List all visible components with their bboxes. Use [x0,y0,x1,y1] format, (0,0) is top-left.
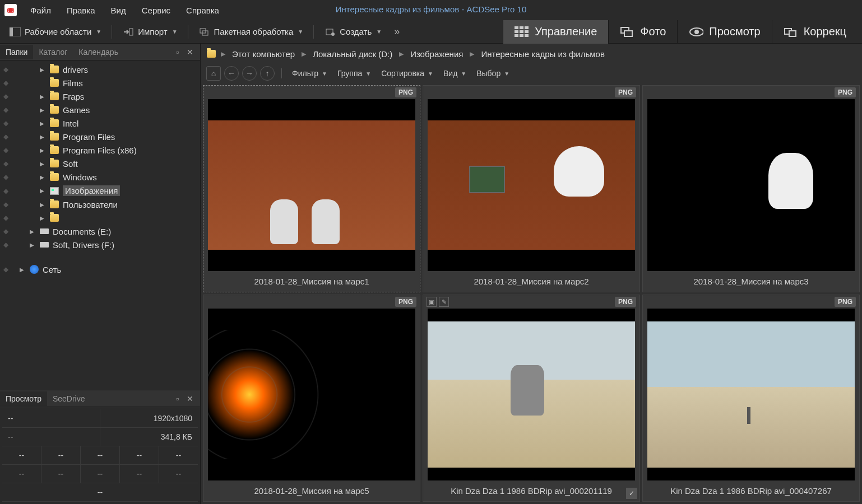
view-dropdown[interactable]: Вид▼ [440,67,470,80]
filter-dropdown[interactable]: Фильтр▼ [289,67,331,80]
select-dropdown[interactable]: Выбор▼ [473,67,513,80]
tree-item[interactable]: ◆▶Documents (E:) [0,225,200,238]
thumbnail[interactable]: PNG2018-01-28_Миссия на марс2 [423,85,640,292]
tree-item[interactable]: ◆▶Intel [0,116,200,130]
thumbnail[interactable]: PNG2018-01-28_Миссия на марс1 [203,85,420,292]
menu-вид[interactable]: Вид [104,2,133,18]
expand-icon[interactable]: ▶ [38,202,46,208]
mode-edit[interactable]: Коррекц [772,20,858,44]
tag-icon: ◆ [3,265,11,273]
tab-calendar[interactable]: Календарь [73,45,124,59]
mode-photo[interactable]: Фото [608,20,677,44]
overflow-button[interactable]: » [390,26,404,38]
tag-icon: ◆ [3,119,11,127]
svg-rect-16 [520,34,523,37]
thumbnail[interactable]: ▣✎PNGKin Dza Dza 1 1986 BDRip avi_000201… [423,295,640,502]
expand-icon[interactable]: ▶ [38,134,46,140]
tree-item[interactable]: ◆▶Soft, Drivers (F:) [0,238,200,251]
thumbnail[interactable]: PNG2018-01-28_Миссия на марс5 [203,295,420,502]
workspaces-button[interactable]: Рабочие области▼ [4,24,106,40]
check-icon[interactable]: ✓ [626,488,637,499]
tree-item[interactable]: ◆▶drivers [0,63,200,76]
expand-icon[interactable]: ▶ [38,107,46,113]
folder-icon [49,145,59,155]
tree-item[interactable]: ◆Films [0,76,200,90]
expand-icon[interactable]: ▶ [38,67,46,73]
expand-icon[interactable]: ▶ [38,188,46,194]
tree-item[interactable]: ◆▶Soft [0,157,200,170]
tag-icon: ◆ [3,133,11,141]
tab-folders[interactable]: Папки [0,45,33,59]
tree-label: Soft [63,159,78,169]
menu-справка[interactable]: Справка [179,2,226,18]
breadcrumb-item[interactable]: Локальный диск (D:) [310,48,395,60]
expand-icon[interactable]: ▶ [28,228,36,235]
tab-seedrive[interactable]: SeeDrive [47,391,91,406]
create-icon [324,26,336,38]
tag-icon: ◆ [3,214,11,222]
tree-item[interactable]: ◆▶Windows [0,170,200,184]
folder-icon [49,78,59,88]
menu-правка[interactable]: Правка [60,2,102,18]
close-icon[interactable]: ✕ [184,393,196,404]
tree-label: Windows [63,172,97,182]
close-icon[interactable]: ✕ [184,46,196,58]
expand-icon[interactable]: ▶ [38,215,46,221]
tree-item[interactable]: ◆▶Пользователи [0,198,200,211]
breadcrumb-item[interactable]: Этот компьютер [230,48,297,60]
tree-label: drivers [63,65,88,74]
tab-preview[interactable]: Просмотр [0,391,47,406]
expand-icon[interactable]: ▶ [28,242,36,248]
group-dropdown[interactable]: Группа▼ [334,67,374,80]
breadcrumb-item[interactable]: Изображения [408,48,465,60]
pin-icon[interactable]: ▫ [174,393,181,404]
up-button[interactable]: ↑ [260,66,275,81]
sidebar: Папки Каталог Календарь ▫ ✕ ◆▶drivers◆Fi… [0,44,201,504]
thumbnail-name: Kin Dza Dza 1 1986 BDRip avi_000201119 [423,480,639,501]
photo-icon [620,26,634,38]
sort-dropdown[interactable]: Сортировка▼ [378,67,437,80]
menu-файл[interactable]: Файл [24,2,58,18]
expand-icon[interactable]: ▶ [38,174,46,180]
import-button[interactable]: Импорт▼ [118,24,182,40]
tab-catalog[interactable]: Каталог [33,45,73,59]
tree-item[interactable]: ◆▶Сеть [0,263,200,276]
tree-item[interactable]: ◆▶Program Files [0,130,200,143]
pin-icon[interactable]: ▫ [174,46,181,58]
menubar: ФайлПравкаВидСервисСправка Интересные ка… [0,0,862,20]
thumbnail[interactable]: PNG2018-01-28_Миссия на марс3 [642,85,860,292]
svg-rect-13 [520,30,523,33]
back-button[interactable]: ← [224,66,239,81]
tree-item[interactable]: ◆▶Games [0,103,200,116]
expand-icon[interactable]: ▶ [38,94,46,100]
expand-icon[interactable]: ▶ [18,267,26,273]
chevron-down-icon: ▼ [461,71,466,77]
tree-item[interactable]: ◆▶ [0,211,200,225]
chevron-right-icon: ▶ [299,50,308,58]
folder-icon [49,105,59,115]
expand-icon[interactable]: ▶ [38,147,46,153]
tag-icon: ◆ [3,66,11,73]
create-button[interactable]: Создать▼ [319,24,386,40]
chevron-down-icon: ▼ [365,71,371,77]
chevron-down-icon: ▼ [428,71,433,77]
home-button[interactable]: ⌂ [206,66,221,81]
mode-manage[interactable]: Управление [503,20,608,44]
svg-rect-23 [789,31,796,36]
edit-overlay-icon[interactable]: ✎ [439,297,449,307]
overlay-icon[interactable]: ▣ [427,297,437,307]
menu-сервис[interactable]: Сервис [135,2,177,18]
mode-view[interactable]: Просмотр [677,20,771,44]
expand-icon[interactable]: ▶ [38,161,46,167]
tag-icon: ◆ [3,146,11,154]
breadcrumb-item[interactable]: Интересные кадры из фильмов [479,48,606,60]
folder-icon [49,132,59,142]
expand-icon[interactable]: ▶ [38,120,46,127]
svg-rect-15 [515,34,518,37]
forward-button[interactable]: → [242,66,257,81]
tree-item[interactable]: ◆▶Изображения [0,184,200,198]
tree-item[interactable]: ◆▶Fraps [0,90,200,103]
thumbnail[interactable]: PNGKin Dza Dza 1 1986 BDRip avi_00040726… [642,295,860,502]
tree-item[interactable]: ◆▶Program Files (x86) [0,143,200,157]
batch-button[interactable]: Пакетная обработка▼ [194,24,308,40]
